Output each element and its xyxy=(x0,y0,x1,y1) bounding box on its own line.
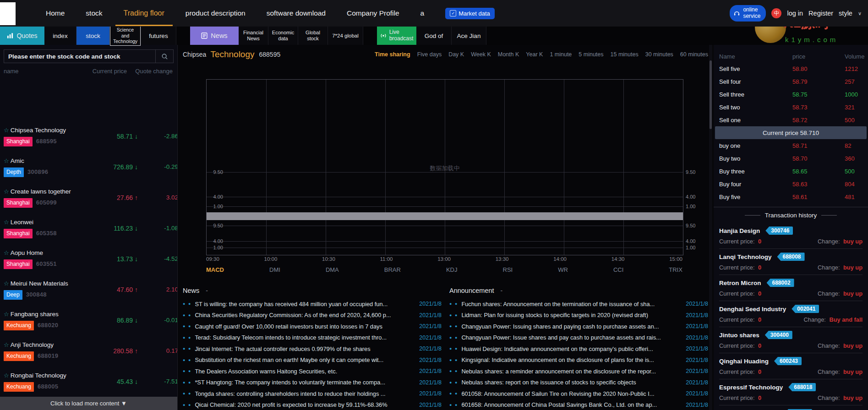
feed-item[interactable]: ● ●China Securities Regulatory Commissio… xyxy=(183,310,442,321)
stock-row[interactable]: ☆LeonweiShanghai605358116.23 ↓-1.08% xyxy=(0,213,177,243)
period-tab-month-k[interactable]: Month K xyxy=(498,51,519,58)
feed-item[interactable]: ● ●Terad: Subsidiary Telecom intends to … xyxy=(183,332,442,344)
tab-ace-jian[interactable]: Ace Jian xyxy=(452,27,486,45)
feed-item[interactable]: ● ●601658: Announcement of China Postal … xyxy=(449,399,708,410)
indicator-cci[interactable]: CCI xyxy=(613,266,623,273)
tab-stock[interactable]: stock xyxy=(76,27,110,45)
history-name-row[interactable]: Hanjia Design300746 xyxy=(719,225,863,236)
news-more[interactable]: - xyxy=(206,287,208,294)
online-service-button[interactable]: onlineservice xyxy=(730,5,766,22)
price-chart[interactable]: 数据加载中 9.504.001.009.504.001.00 9.504.001… xyxy=(206,79,683,255)
feed-item[interactable]: ● ●Kingsignal: Indicative announcement o… xyxy=(449,355,708,366)
star-icon[interactable]: ☆ xyxy=(4,127,9,134)
scrollbar-thumb[interactable] xyxy=(710,60,712,129)
stock-row[interactable]: ☆Fangbang sharesKechuang68802086.89 ↓-0.… xyxy=(0,305,177,335)
tab-index[interactable]: index xyxy=(44,27,76,45)
star-icon[interactable]: ☆ xyxy=(4,341,9,348)
star-icon[interactable]: ☆ xyxy=(4,249,9,256)
tab-financial-news[interactable]: FinancialNews xyxy=(239,27,268,45)
style-dropdown[interactable]: style xyxy=(839,10,852,17)
indicator-rsi[interactable]: RSI xyxy=(503,266,513,273)
register-link[interactable]: Register xyxy=(808,10,833,17)
star-icon[interactable]: ☆ xyxy=(4,157,9,164)
stock-row[interactable]: ☆Anji TechnologyKechuang688019280.58 ↑0.… xyxy=(0,335,177,366)
stock-row[interactable]: ☆AmicDepth300896726.89 ↓-0.29% xyxy=(0,151,177,182)
feed-item[interactable]: ● ●Qicai Chemical: 2020 net profit is ex… xyxy=(183,399,442,410)
history-name-row[interactable]: Espressif Technology688018 xyxy=(719,382,863,393)
nav-item-home[interactable]: Home xyxy=(46,9,65,17)
tab-724-global[interactable]: 7*24 global xyxy=(328,27,363,45)
nav-item-stock[interactable]: stock xyxy=(86,9,102,17)
history-name-row[interactable]: Jintuo shares300400 xyxy=(719,329,863,340)
indicator-macd[interactable]: MACD xyxy=(206,266,224,273)
stock-row[interactable]: ☆Aopu HomeShanghai60355113.73 ↓-4.52% xyxy=(0,243,177,274)
history-name-row[interactable]: Chipsea Technology688595 xyxy=(719,408,863,410)
tab-science-technology[interactable]: Science andTechnology xyxy=(110,27,141,45)
feed-item[interactable]: ● ●Lidman: Plan for issuing stocks to sp… xyxy=(449,310,708,321)
feed-item[interactable]: ● ●ST is willing: the company has receiv… xyxy=(183,298,442,310)
stock-row[interactable]: ☆Meirui New MaterialsDeep30084847.60 ↑2.… xyxy=(0,274,177,305)
tab-god-of[interactable]: God of xyxy=(416,27,452,45)
stock-row[interactable]: ☆Rongbai TechnologyKechuang68800545.43 ↓… xyxy=(0,366,177,396)
period-tab-year-k[interactable]: Year K xyxy=(526,51,543,58)
feed-item[interactable]: ● ●Changyuan Power: Issuing shares and p… xyxy=(449,321,708,332)
period-tab-60-minutes[interactable]: 60 minutes xyxy=(680,51,708,58)
nav-item-trading-floor[interactable]: Trading floor xyxy=(124,9,164,17)
quotes-button[interactable]: Quotes xyxy=(0,27,44,45)
feed-item[interactable]: ● ●The Dealers Association warns Haitong… xyxy=(183,366,442,377)
star-icon[interactable]: ☆ xyxy=(4,280,9,287)
nav-item-company-profile[interactable]: Company Profile xyxy=(347,9,399,17)
star-icon[interactable]: ☆ xyxy=(4,311,9,318)
news-button[interactable]: News xyxy=(190,27,239,45)
stock-row[interactable]: ☆Create lawns togetherShanghai60509927.6… xyxy=(0,182,177,213)
period-tab-1-minute[interactable]: 1 minute xyxy=(550,51,572,58)
history-name-row[interactable]: Denghai Seed Industry002041 xyxy=(719,303,863,314)
period-tab-5-minutes[interactable]: 5 minutes xyxy=(579,51,603,58)
feed-item[interactable]: ● ●601058: Announcement of Sailun Tire o… xyxy=(449,388,708,399)
period-tab-five-days[interactable]: Five days xyxy=(417,51,442,58)
indicator-dma[interactable]: DMA xyxy=(326,266,339,273)
indicator-wr[interactable]: WR xyxy=(558,266,568,273)
indicator-dmi[interactable]: DMI xyxy=(269,266,280,273)
nav-item-a[interactable]: a xyxy=(420,9,425,17)
log-in-link[interactable]: log in xyxy=(787,10,803,17)
nav-item-software-download[interactable]: software download xyxy=(267,9,326,17)
feed-item[interactable]: ● ●Changyuan Power: Issue shares and pay… xyxy=(449,332,708,344)
indicator-kdj[interactable]: KDJ xyxy=(446,266,458,273)
period-tab-week-k[interactable]: Week K xyxy=(471,51,491,58)
history-name-row[interactable]: Lanqi Technology688008 xyxy=(719,251,863,262)
feed-item[interactable]: ● ●Caught off guard! Over 10,000 retail … xyxy=(183,321,442,332)
search-input[interactable] xyxy=(4,49,156,63)
feed-item[interactable]: ● ●Nebulas shares: report on the issuanc… xyxy=(449,377,708,388)
feed-item[interactable]: ● ●Tongda shares: controlling shareholde… xyxy=(183,388,442,399)
feed-item[interactable]: ● ●*ST Hangtong: The company intends to … xyxy=(183,377,442,388)
load-more-button[interactable]: Click to load more content ▼ xyxy=(0,397,177,410)
language-badge[interactable]: 中 xyxy=(771,8,781,18)
search-button[interactable] xyxy=(156,49,174,63)
star-icon[interactable]: ☆ xyxy=(4,372,9,379)
nav-item-product-description[interactable]: product description xyxy=(186,9,246,17)
tab-economic-data[interactable]: Economicdata xyxy=(268,27,298,45)
live-broadcast-button[interactable]: Livebroadcast xyxy=(377,27,416,45)
indicator-trix[interactable]: TRIX xyxy=(669,266,682,273)
tab-futures[interactable]: futures xyxy=(141,27,176,45)
market-data-button[interactable]: ✓ Market data xyxy=(445,8,495,19)
period-tab-time-sharing[interactable]: Time sharing xyxy=(375,51,410,58)
announcement-more[interactable]: - xyxy=(501,287,503,294)
feed-item[interactable]: ● ●Jincai Internet: The actual controlle… xyxy=(183,343,442,355)
feed-item[interactable]: ● ●Substitution of the richest man on ea… xyxy=(183,355,442,366)
period-tab-15-minutes[interactable]: 15 minutes xyxy=(611,51,639,58)
period-tab-day-k[interactable]: Day K xyxy=(448,51,464,58)
history-name-row[interactable]: Retron Micron688002 xyxy=(719,277,863,288)
stock-row[interactable]: ☆Chipsea TechnologyShanghai68859558.71 ↓… xyxy=(0,121,177,151)
star-icon[interactable]: ☆ xyxy=(4,188,9,195)
feed-item[interactable]: ● ●Huawei Design: Indicative announcemen… xyxy=(449,343,708,355)
star-icon[interactable]: ☆ xyxy=(4,219,9,226)
tab-global-stock[interactable]: Globalstock xyxy=(298,27,328,45)
feed-item[interactable]: ● ●Nebulas shares: a reminder announceme… xyxy=(449,366,708,377)
period-tab-30-minutes[interactable]: 30 minutes xyxy=(645,51,673,58)
chevron-down-icon[interactable]: ∨ xyxy=(858,11,862,16)
indicator-brar[interactable]: BRAR xyxy=(384,266,401,273)
history-name-row[interactable]: Qinghai Huading600243 xyxy=(719,356,863,367)
feed-item[interactable]: ● ●Fuchun shares: Announcement on the te… xyxy=(449,298,708,310)
